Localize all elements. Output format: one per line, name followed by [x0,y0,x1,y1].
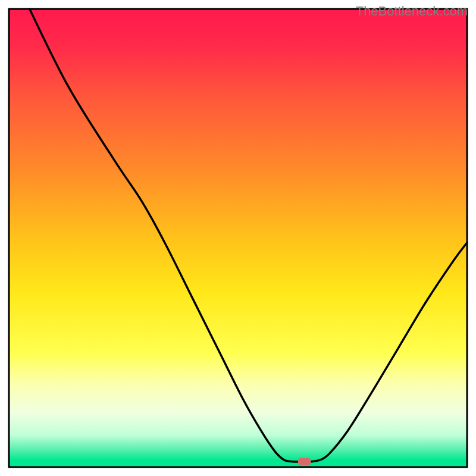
gradient-background [9,9,467,467]
bottleneck-chart: TheBottleneck.com [0,0,476,476]
optimum-marker [298,458,311,465]
watermark-text: TheBottleneck.com [356,4,468,19]
chart-svg [0,0,476,476]
